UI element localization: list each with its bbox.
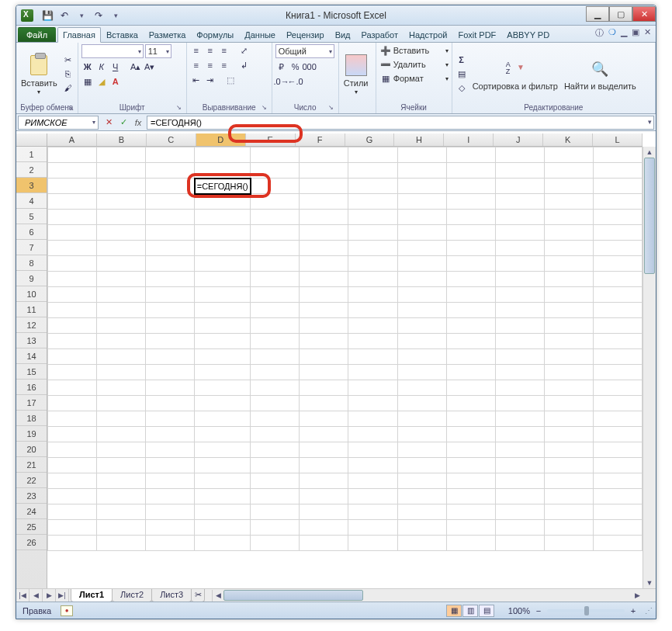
cell[interactable] xyxy=(495,194,544,210)
cut-button[interactable] xyxy=(62,54,74,66)
cell[interactable] xyxy=(97,241,146,256)
cell[interactable] xyxy=(195,458,251,473)
cell[interactable] xyxy=(593,411,642,427)
cell[interactable] xyxy=(146,334,195,349)
expand-formula-bar[interactable] xyxy=(648,118,652,126)
cell[interactable] xyxy=(251,489,300,504)
cell[interactable] xyxy=(195,473,251,489)
macro-record-button[interactable] xyxy=(61,605,73,616)
cell[interactable] xyxy=(495,442,544,458)
align-mid-button[interactable]: ≡ xyxy=(204,44,216,57)
cell[interactable] xyxy=(195,256,251,272)
row-header[interactable]: 10 xyxy=(16,286,47,302)
align-launcher[interactable] xyxy=(261,104,268,112)
cell[interactable] xyxy=(495,365,544,380)
cell[interactable] xyxy=(195,504,251,520)
doc-restore-button[interactable]: ▣ xyxy=(632,27,639,39)
cell[interactable] xyxy=(251,380,300,396)
cell[interactable] xyxy=(251,194,300,210)
cell[interactable] xyxy=(300,179,348,194)
cell[interactable] xyxy=(397,163,446,179)
cell[interactable] xyxy=(495,287,544,303)
cell[interactable] xyxy=(348,334,397,349)
cell[interactable] xyxy=(195,210,251,225)
cell[interactable] xyxy=(48,396,97,411)
cell[interactable] xyxy=(446,272,495,287)
cell[interactable] xyxy=(97,380,146,396)
cell[interactable] xyxy=(593,396,642,411)
cell[interactable] xyxy=(593,349,642,365)
clipboard-launcher[interactable] xyxy=(67,104,74,112)
col-header[interactable]: J xyxy=(494,133,543,146)
tab-foxit pdf[interactable]: Foxit PDF xyxy=(452,27,501,42)
horizontal-scrollbar[interactable] xyxy=(212,590,656,602)
cell[interactable] xyxy=(397,147,446,163)
cell[interactable] xyxy=(251,147,300,163)
italic-button[interactable]: К xyxy=(95,61,108,73)
cell[interactable] xyxy=(397,504,446,520)
col-header[interactable]: D xyxy=(196,133,246,146)
cell[interactable] xyxy=(397,272,446,287)
cell[interactable] xyxy=(593,489,642,504)
cell[interactable] xyxy=(446,458,495,473)
cell[interactable] xyxy=(593,194,642,210)
number-launcher[interactable] xyxy=(327,104,335,112)
cell[interactable] xyxy=(446,489,495,504)
align-top-button[interactable]: ≡ xyxy=(190,44,203,57)
orientation-button[interactable]: ⤢ xyxy=(238,44,251,57)
cell[interactable] xyxy=(195,287,251,303)
cell[interactable] xyxy=(495,272,544,287)
view-layout-button[interactable]: ▥ xyxy=(462,605,478,617)
cell[interactable] xyxy=(495,147,544,163)
close-button[interactable] xyxy=(632,6,656,22)
cell[interactable] xyxy=(300,536,348,551)
save-button[interactable] xyxy=(40,8,55,23)
cell[interactable] xyxy=(593,179,642,194)
cell[interactable] xyxy=(348,520,397,536)
cell[interactable] xyxy=(195,272,251,287)
cell[interactable] xyxy=(593,458,642,473)
cell[interactable] xyxy=(397,380,446,396)
cell[interactable] xyxy=(146,147,195,163)
col-header[interactable]: L xyxy=(593,133,643,146)
cell[interactable] xyxy=(446,210,495,225)
cell[interactable] xyxy=(446,520,495,536)
cell[interactable] xyxy=(48,179,97,194)
sheet-tab[interactable]: Лист1 xyxy=(71,589,113,602)
cell[interactable] xyxy=(146,427,195,442)
vscroll-thumb[interactable] xyxy=(644,158,655,274)
cell[interactable] xyxy=(48,272,97,287)
cell[interactable] xyxy=(348,411,397,427)
cell[interactable] xyxy=(544,427,593,442)
cell[interactable] xyxy=(195,194,251,210)
cell[interactable] xyxy=(195,318,251,334)
cell[interactable] xyxy=(397,411,446,427)
cell[interactable] xyxy=(300,272,348,287)
cell[interactable] xyxy=(544,225,593,241)
cell[interactable] xyxy=(593,334,642,349)
cell[interactable] xyxy=(195,489,251,504)
cell[interactable] xyxy=(544,504,593,520)
cell[interactable] xyxy=(348,194,397,210)
cell[interactable] xyxy=(146,504,195,520)
row-header[interactable]: 19 xyxy=(16,426,47,442)
row-header[interactable]: 22 xyxy=(16,473,47,488)
cell[interactable] xyxy=(348,396,397,411)
percent-button[interactable]: % xyxy=(289,61,302,73)
cell[interactable] xyxy=(251,349,300,365)
cell[interactable] xyxy=(146,241,195,256)
help-button[interactable]: ❍ xyxy=(608,27,616,39)
scroll-right-button[interactable] xyxy=(632,590,643,602)
cell[interactable] xyxy=(348,225,397,241)
cell[interactable] xyxy=(97,489,146,504)
cell[interactable] xyxy=(495,489,544,504)
cell[interactable] xyxy=(195,334,251,349)
cell[interactable] xyxy=(593,225,642,241)
cell[interactable] xyxy=(397,318,446,334)
cell[interactable] xyxy=(446,303,495,318)
cell[interactable] xyxy=(397,396,446,411)
first-sheet-button[interactable]: |◀ xyxy=(16,589,29,602)
cell[interactable] xyxy=(348,287,397,303)
cell[interactable] xyxy=(146,520,195,536)
cell[interactable] xyxy=(97,287,146,303)
